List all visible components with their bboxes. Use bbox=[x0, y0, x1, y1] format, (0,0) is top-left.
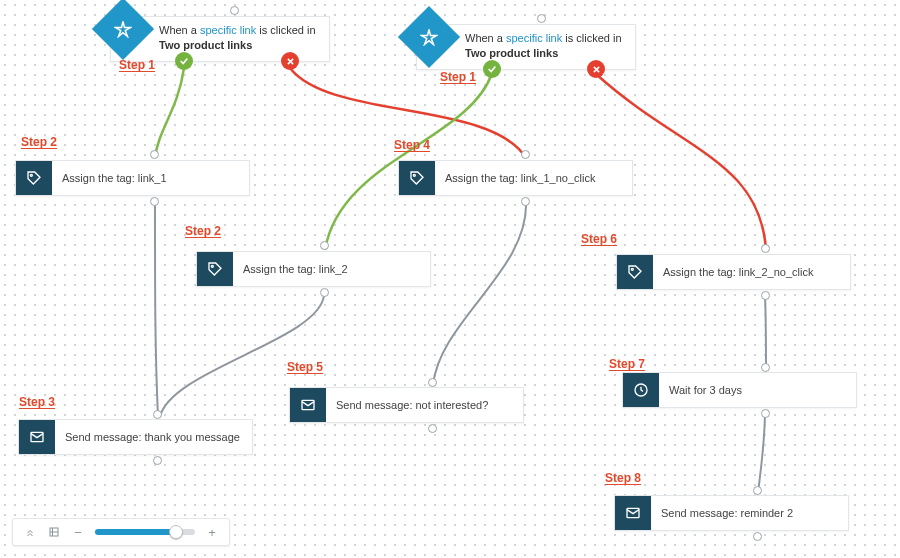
zoom-in-button[interactable]: + bbox=[205, 525, 219, 539]
mail-icon bbox=[615, 496, 651, 530]
collapse-icon[interactable] bbox=[23, 525, 37, 539]
trigger-text: When a specific link is clicked in Two p… bbox=[465, 25, 627, 61]
port[interactable] bbox=[521, 197, 530, 206]
port[interactable] bbox=[761, 409, 770, 418]
port[interactable] bbox=[153, 410, 162, 419]
step-label: Step 3 bbox=[19, 395, 55, 409]
trigger-icon bbox=[92, 0, 154, 60]
action-send-message[interactable]: Send message: not interested? bbox=[289, 387, 524, 423]
step-label: Step 6 bbox=[581, 232, 617, 246]
action-label: Assign the tag: link_1 bbox=[52, 161, 167, 195]
action-assign-tag[interactable]: Assign the tag: link_1 bbox=[15, 160, 250, 196]
fit-icon[interactable] bbox=[47, 525, 61, 539]
action-assign-tag[interactable]: Assign the tag: link_2_no_click bbox=[616, 254, 851, 290]
port[interactable] bbox=[761, 244, 770, 253]
port[interactable] bbox=[230, 6, 239, 15]
step-label: Step 1 bbox=[119, 58, 155, 72]
port[interactable] bbox=[428, 378, 437, 387]
port[interactable] bbox=[153, 456, 162, 465]
action-label: Assign the tag: link_1_no_click bbox=[435, 161, 595, 195]
mail-icon bbox=[19, 420, 55, 454]
port[interactable] bbox=[753, 532, 762, 541]
action-wait[interactable]: Wait for 3 days bbox=[622, 372, 857, 408]
zoom-slider[interactable] bbox=[95, 529, 195, 535]
svg-point-2 bbox=[211, 265, 213, 267]
step-label: Step 1 bbox=[440, 70, 476, 84]
step-label: Step 4 bbox=[394, 138, 430, 152]
zoom-out-button[interactable]: − bbox=[71, 525, 85, 539]
tag-icon bbox=[197, 252, 233, 286]
action-label: Wait for 3 days bbox=[659, 373, 742, 407]
mail-icon bbox=[290, 388, 326, 422]
svg-point-0 bbox=[30, 174, 32, 176]
step-label: Step 2 bbox=[21, 135, 57, 149]
svg-point-1 bbox=[413, 174, 415, 176]
step-label: Step 8 bbox=[605, 471, 641, 485]
trigger-icon bbox=[398, 6, 460, 68]
tag-icon bbox=[399, 161, 435, 195]
port[interactable] bbox=[537, 14, 546, 23]
port[interactable] bbox=[521, 150, 530, 159]
action-assign-tag[interactable]: Assign the tag: link_1_no_click bbox=[398, 160, 633, 196]
tag-icon bbox=[617, 255, 653, 289]
trigger-text: When a specific link is clicked in Two p… bbox=[159, 17, 321, 53]
branch-yes-icon[interactable] bbox=[175, 52, 193, 70]
branch-yes-icon[interactable] bbox=[483, 60, 501, 78]
step-label: Step 7 bbox=[609, 357, 645, 371]
step-label: Step 2 bbox=[185, 224, 221, 238]
action-label: Send message: not interested? bbox=[326, 388, 488, 422]
action-label: Send message: reminder 2 bbox=[651, 496, 793, 530]
port[interactable] bbox=[320, 288, 329, 297]
branch-no-icon[interactable] bbox=[587, 60, 605, 78]
tag-icon bbox=[16, 161, 52, 195]
port[interactable] bbox=[150, 197, 159, 206]
action-assign-tag[interactable]: Assign the tag: link_2 bbox=[196, 251, 431, 287]
port[interactable] bbox=[320, 241, 329, 250]
port[interactable] bbox=[761, 363, 770, 372]
zoom-slider-knob[interactable] bbox=[169, 525, 183, 539]
port[interactable] bbox=[753, 486, 762, 495]
workflow-canvas[interactable]: When a specific link is clicked in Two p… bbox=[0, 0, 900, 558]
svg-point-3 bbox=[631, 268, 633, 270]
action-label: Assign the tag: link_2_no_click bbox=[653, 255, 813, 289]
action-send-message[interactable]: Send message: thank you message bbox=[18, 419, 253, 455]
branch-no-icon[interactable] bbox=[281, 52, 299, 70]
zoom-toolbar: − + bbox=[12, 518, 230, 546]
port[interactable] bbox=[428, 424, 437, 433]
action-label: Send message: thank you message bbox=[55, 420, 240, 454]
port[interactable] bbox=[150, 150, 159, 159]
action-send-message[interactable]: Send message: reminder 2 bbox=[614, 495, 849, 531]
action-label: Assign the tag: link_2 bbox=[233, 252, 348, 286]
clock-icon bbox=[623, 373, 659, 407]
step-label: Step 5 bbox=[287, 360, 323, 374]
port[interactable] bbox=[761, 291, 770, 300]
